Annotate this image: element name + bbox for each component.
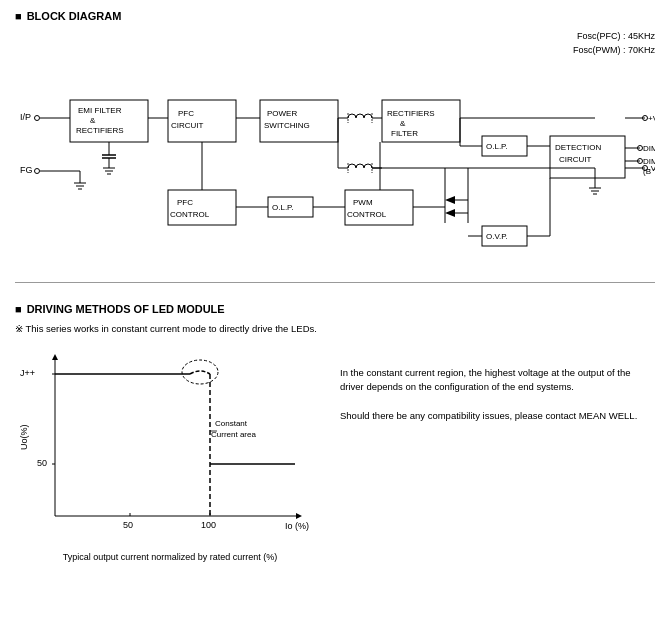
- svg-text:SWITCHING: SWITCHING: [264, 121, 310, 130]
- svg-text:100: 100: [201, 520, 216, 530]
- svg-text:CONTROL: CONTROL: [170, 210, 210, 219]
- driving-note: This series works in constant current mo…: [15, 323, 655, 334]
- svg-text:+V: +V: [648, 114, 655, 123]
- svg-text:Constant: Constant: [215, 419, 248, 428]
- svg-text:Io (%): Io (%): [285, 521, 309, 531]
- svg-text:O.L.P.: O.L.P.: [486, 142, 508, 151]
- svg-text:DETECTION: DETECTION: [555, 143, 601, 152]
- svg-marker-98: [296, 513, 302, 519]
- svg-text:FG: FG: [20, 165, 33, 175]
- svg-text:(B Type): (B Type): [643, 167, 655, 176]
- svg-marker-82: [445, 196, 455, 204]
- svg-text:J++: J++: [20, 368, 35, 378]
- svg-text:DIM-: DIM-: [643, 157, 655, 166]
- svg-text:FILTER: FILTER: [391, 129, 418, 138]
- svg-text:RECTIFIERS: RECTIFIERS: [76, 126, 124, 135]
- svg-text:Current area: Current area: [211, 430, 256, 439]
- block-diagram-area: Fosc(PFC) : 45KHzFosc(PWM) : 70KHz I/P F…: [15, 30, 655, 270]
- chart-caption: Typical output current normalized by rat…: [15, 552, 325, 562]
- svg-text:&: &: [90, 116, 96, 125]
- svg-marker-97: [52, 354, 58, 360]
- svg-text:PFC: PFC: [177, 198, 193, 207]
- svg-text:O.V.P.: O.V.P.: [486, 232, 508, 241]
- chart-area: Uo(%) Io (%) J++ 50 50 100: [15, 346, 325, 562]
- block-diagram-section: BLOCK DIAGRAM Fosc(PFC) : 45KHzFosc(PWM)…: [15, 10, 655, 270]
- svg-point-4: [35, 169, 40, 174]
- chart-svg: Uo(%) Io (%) J++ 50 50 100: [15, 346, 315, 546]
- svg-text:O.L.P.: O.L.P.: [272, 203, 294, 212]
- svg-point-113: [182, 360, 218, 384]
- diagram-svg: I/P FG EMI FILTER & RECTIFIERS: [15, 48, 655, 258]
- section-divider: [15, 282, 655, 283]
- svg-text:CIRCUIT: CIRCUIT: [559, 155, 592, 164]
- svg-text:I/P: I/P: [20, 112, 31, 122]
- svg-rect-69: [168, 190, 236, 225]
- svg-marker-84: [445, 209, 455, 217]
- driving-content: Uo(%) Io (%) J++ 50 50 100: [15, 346, 655, 562]
- svg-point-1: [35, 116, 40, 121]
- driving-description: In the constant current region, the high…: [340, 346, 655, 423]
- svg-text:50: 50: [37, 458, 47, 468]
- svg-text:Uo(%): Uo(%): [19, 424, 29, 450]
- svg-rect-77: [345, 190, 413, 225]
- svg-text:50: 50: [123, 520, 133, 530]
- driving-methods-title: DRIVING METHODS OF LED MODULE: [15, 303, 655, 315]
- svg-text:PWM: PWM: [353, 198, 373, 207]
- svg-text:EMI FILTER: EMI FILTER: [78, 106, 122, 115]
- svg-text:POWER: POWER: [267, 109, 297, 118]
- block-diagram-title: BLOCK DIAGRAM: [15, 10, 655, 22]
- svg-text:&: &: [400, 119, 406, 128]
- svg-text:PFC: PFC: [178, 109, 194, 118]
- svg-text:RECTIFIERS: RECTIFIERS: [387, 109, 435, 118]
- driving-methods-section: DRIVING METHODS OF LED MODULE This serie…: [15, 303, 655, 562]
- svg-text:DIM+: DIM+: [643, 144, 655, 153]
- svg-text:CONTROL: CONTROL: [347, 210, 387, 219]
- svg-text:CIRCUIT: CIRCUIT: [171, 121, 204, 130]
